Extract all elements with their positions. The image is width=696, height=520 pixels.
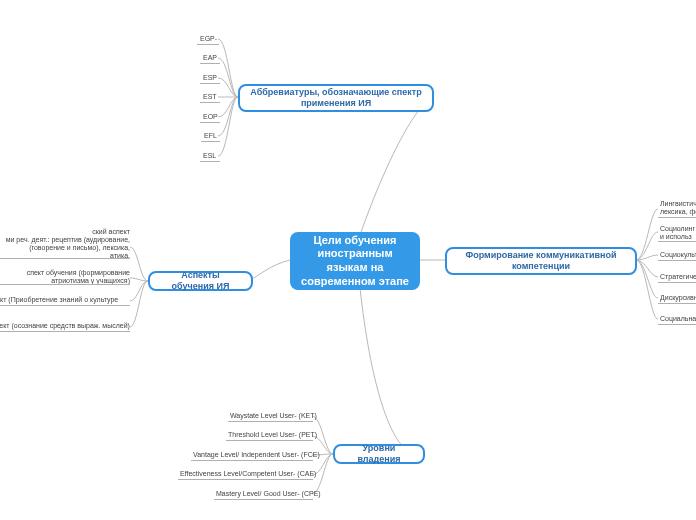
leaf-underline <box>658 303 696 304</box>
leaf-underline <box>0 331 130 332</box>
leaf-underline <box>214 499 313 500</box>
leaf-underline <box>658 282 696 283</box>
leaf-underline <box>200 102 220 103</box>
aspects-item: спект (осознание средств выраж. мыслей) <box>0 322 130 329</box>
levels-item: Vantage Level/ Independent User- (FCE) <box>193 451 320 458</box>
abbrev-item: EST <box>203 93 217 100</box>
branch-abbrev-label: Аббревиатуры, обозначающие спектр примен… <box>250 87 422 110</box>
leaf-underline <box>0 258 130 259</box>
aspects-item: аспект (Приобретение знаний о культуре <box>0 296 118 303</box>
leaf-underline <box>178 479 313 480</box>
leaf-underline <box>200 63 220 64</box>
abbrev-item: EGP- <box>200 35 217 42</box>
competence-item: Лингвистичлексика, фо <box>660 200 696 216</box>
leaf-underline <box>0 284 130 285</box>
aspects-item: спект обучения (формированиеатриотизма у… <box>0 269 130 285</box>
leaf-underline <box>197 44 219 45</box>
mindmap-canvas: Цели обучения иностранным языкам на совр… <box>0 0 696 520</box>
abbrev-item: ESL <box>203 152 216 159</box>
leaf-underline <box>191 460 313 461</box>
leaf-underline <box>658 324 696 325</box>
competence-item: Стратегичес <box>660 273 696 280</box>
abbrev-item: EOP <box>203 113 218 120</box>
abbrev-item: ESP <box>203 74 217 81</box>
competence-item: Социальная <box>660 315 696 322</box>
leaf-underline <box>0 305 130 306</box>
leaf-underline <box>200 161 220 162</box>
branch-aspects-label: Аспекты обучения ИЯ <box>160 270 241 293</box>
leaf-underline <box>201 141 220 142</box>
branch-competence[interactable]: Формирование коммуникативной компетенции <box>445 247 637 275</box>
leaf-underline <box>658 241 696 242</box>
leaf-underline <box>658 217 696 218</box>
branch-levels-label: Уровни владения <box>345 443 413 466</box>
branch-abbrev[interactable]: Аббревиатуры, обозначающие спектр примен… <box>238 84 434 112</box>
levels-item: Effectiveness Level/Competent User- (CAE… <box>180 470 316 477</box>
competence-item: Дискурсивн <box>660 294 696 301</box>
leaf-underline <box>200 83 220 84</box>
central-label: Цели обучения иностранным языкам на совр… <box>300 234 410 289</box>
leaf-underline <box>226 440 313 441</box>
abbrev-item: EAP <box>203 54 217 61</box>
branch-aspects[interactable]: Аспекты обучения ИЯ <box>148 271 253 291</box>
aspects-item: ский аспектми реч. деят.: рецептив (ауди… <box>0 228 130 260</box>
leaf-underline <box>228 421 313 422</box>
levels-item: Threshold Level User- (PET) <box>228 431 317 438</box>
competence-item: Социолинги использ <box>660 225 696 241</box>
abbrev-item: EFL <box>204 132 217 139</box>
central-node[interactable]: Цели обучения иностранным языкам на совр… <box>290 232 420 290</box>
branch-competence-label: Формирование коммуникативной компетенции <box>457 250 625 273</box>
levels-item: Waystate Level User- (KET) <box>230 412 317 419</box>
branch-levels[interactable]: Уровни владения <box>333 444 425 464</box>
leaf-underline <box>658 260 696 261</box>
levels-item: Mastery Level/ Good User- (CPE) <box>216 490 321 497</box>
leaf-underline <box>200 122 220 123</box>
competence-item: Социокульт <box>660 251 696 258</box>
